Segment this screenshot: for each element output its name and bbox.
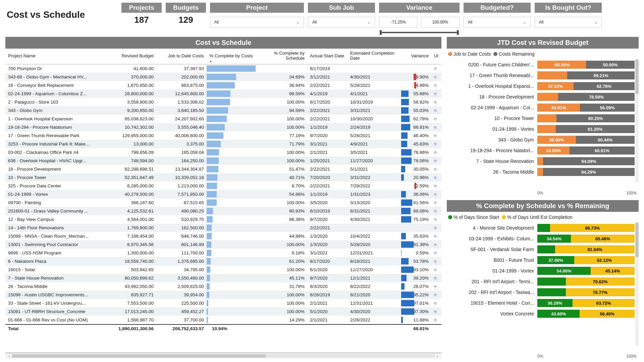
scroll-left-icon[interactable]: ‹ <box>7 354 12 358</box>
table-row[interactable]: 17 - Green Thumb Renewable Park129,955,0… <box>5 131 441 140</box>
chart-row[interactable]: 343 - Globo Gym39.56%60.44% <box>447 136 635 144</box>
variance-min-input[interactable]: -71.25% <box>379 17 418 27</box>
cell-url[interactable]: ⎋ <box>431 299 441 307</box>
chart-row[interactable]: 01-24-1999 - Vortex81.20% <box>447 125 635 133</box>
slicer-project-dropdown[interactable]: All ⌄ <box>210 17 304 27</box>
header-pct-cost[interactable]: % Complete by Costs▼ <box>207 49 264 64</box>
header-jtd[interactable]: Job to Date Costs <box>156 49 207 64</box>
link-icon[interactable]: ⎋ <box>434 150 437 155</box>
table-row[interactable]: 13001 - Swimming Pool Contractor6,970,34… <box>5 240 441 249</box>
cell-url[interactable]: ⎋ <box>431 198 441 207</box>
link-icon[interactable]: ⎋ <box>434 141 437 146</box>
cell-url[interactable]: ⎋ <box>431 165 441 173</box>
link-icon[interactable]: ⎋ <box>434 192 437 197</box>
cell-url[interactable]: ⎋ <box>431 307 441 316</box>
table-row[interactable]: 1 - Overlook Hospital Expansion65,038,82… <box>5 115 441 123</box>
cell-url[interactable]: ⎋ <box>431 257 441 265</box>
table-row[interactable]: 201600-01 - Grass Valley Community ...4,… <box>5 207 441 215</box>
variance-max-input[interactable]: 100.00% <box>421 17 460 27</box>
chart-row[interactable]: B001 - Future Trust37.88%62.12% <box>447 256 635 264</box>
table-row[interactable]: 01-24-1999 - Vortex40,278,500.007,571,85… <box>5 190 441 198</box>
cell-url[interactable]: ⎋ <box>431 316 441 324</box>
link-icon[interactable]: ⎋ <box>434 301 437 306</box>
link-icon[interactable]: ⎋ <box>434 309 437 314</box>
link-icon[interactable]: ⎋ <box>434 259 437 264</box>
link-icon[interactable]: ⎋ <box>434 250 437 255</box>
link-icon[interactable]: ⎋ <box>434 125 437 130</box>
slicer-budgeted-dropdown[interactable]: All ⌄ <box>464 17 531 27</box>
link-icon[interactable]: ⎋ <box>434 66 437 71</box>
cell-url[interactable]: ⎋ <box>431 224 441 232</box>
table-row[interactable]: 10 - Procore Tower52,351,847.4910,339,05… <box>5 173 441 182</box>
cell-url[interactable]: ⎋ <box>431 106 441 115</box>
table-row[interactable]: 343-69 - Globo Gym - Mechanical HV...370… <box>5 73 441 81</box>
range-handle-max[interactable] <box>457 30 459 35</box>
link-icon[interactable]: ⎋ <box>434 276 437 281</box>
cell-url[interactable]: ⎋ <box>431 64 441 73</box>
chart-row[interactable]: 18 - Procore Development78.58% <box>447 93 635 101</box>
link-icon[interactable]: ⎋ <box>434 83 437 88</box>
chart-row[interactable]: 7 - State House Renovation94.09% <box>447 157 635 165</box>
chart-row[interactable]: 17 - Green Thumb Renewabl...69.21% <box>447 71 635 79</box>
chart-row[interactable]: SF-001 - Verdansk Solar Farm81.64% <box>447 245 635 253</box>
cost-schedule-table[interactable]: Project Name Revised Budget Job to Date … <box>5 49 441 332</box>
cell-url[interactable]: ⎋ <box>431 89 441 98</box>
sched-vertical-scrollbar[interactable] <box>635 223 639 346</box>
scroll-track[interactable] <box>12 354 435 358</box>
link-icon[interactable]: ⎋ <box>434 158 437 163</box>
table-row[interactable]: 325 - Procore Data Center6,285,000.001,2… <box>5 182 441 190</box>
sched-scroll-thumb[interactable] <box>635 223 639 257</box>
slicer-bought-dropdown[interactable]: All ⌄ <box>535 17 602 27</box>
variance-range-slider[interactable] <box>380 29 459 36</box>
link-icon[interactable]: ⎋ <box>434 208 437 214</box>
table-row[interactable]: 18 - Procore Development62,298,698.5113,… <box>5 165 441 173</box>
cell-url[interactable]: ⎋ <box>431 190 441 198</box>
table-row[interactable]: 2 - Patagucci - Store 1033,558,800.001,5… <box>5 98 441 106</box>
sched-bar-list[interactable]: 4 - Monroe Site Development86.73%03-24-1… <box>447 223 639 353</box>
chart-row[interactable]: 02-24-1999 - Aquarium - Col...43.91%56.0… <box>447 104 635 112</box>
link-icon[interactable]: ⎋ <box>434 234 437 239</box>
chart-row[interactable]: 19015 - Element Hotel - Con...36.28%63.7… <box>447 299 635 307</box>
cell-url[interactable]: ⎋ <box>431 265 441 274</box>
link-icon[interactable]: ⎋ <box>434 267 437 272</box>
link-icon[interactable]: ⎋ <box>434 167 437 172</box>
cell-url[interactable]: ⎋ <box>431 157 441 165</box>
link-icon[interactable]: ⎋ <box>434 133 437 138</box>
cell-url[interactable]: ⎋ <box>431 291 441 299</box>
table-row[interactable]: 7 - State House Renovation60,050,698.623… <box>5 274 441 282</box>
cell-url[interactable]: ⎋ <box>431 274 441 282</box>
cell-url[interactable]: ⎋ <box>431 182 441 190</box>
chart-row[interactable]: 03-24-1999 - Exhibits- Colum...34.54%65.… <box>447 235 635 243</box>
link-icon[interactable]: ⎋ <box>434 317 437 322</box>
slicer-subjob-dropdown[interactable]: All ⌄ <box>308 17 375 27</box>
link-icon[interactable]: ⎋ <box>434 91 437 96</box>
table-row[interactable]: 15099 - NNSA - Clean Room_Mechan...7,168… <box>5 232 441 240</box>
cell-url[interactable]: ⎋ <box>431 240 441 249</box>
chart-row[interactable]: Vortex Concrete43.60%56.40% <box>447 310 635 318</box>
link-icon[interactable]: ⎋ <box>434 242 437 247</box>
jtd-vertical-scrollbar[interactable] <box>635 59 639 183</box>
cell-url[interactable]: ⎋ <box>431 173 441 182</box>
link-icon[interactable]: ⎋ <box>434 183 437 188</box>
link-icon[interactable]: ⎋ <box>434 74 437 79</box>
cell-url[interactable]: ⎋ <box>431 232 441 240</box>
table-row[interactable]: 26 - Tacoma Middle43,992,050.002,509,825… <box>5 282 441 291</box>
table-row[interactable]: 03-002 - Clackamas Office Park #4799,856… <box>5 148 441 157</box>
link-icon[interactable]: ⎋ <box>434 225 437 230</box>
table-row[interactable]: 16015 - Solar503,942.6534,795.006.90%100… <box>5 265 441 274</box>
cell-url[interactable]: ⎋ <box>431 249 441 257</box>
header-est[interactable]: Estimated Completion Date <box>347 49 401 64</box>
link-icon[interactable]: ⎋ <box>434 284 437 289</box>
cell-url[interactable]: ⎋ <box>431 73 441 81</box>
header-budget[interactable]: Revised Budget <box>106 49 156 64</box>
chart-row[interactable]: 0200 - Future Cares Children'...-50.00%5… <box>447 61 635 69</box>
jtd-bar-list[interactable]: 0200 - Future Cares Children'...-50.00%5… <box>447 59 639 189</box>
chart-row[interactable]: 26 - Tacoma Middle94.29% <box>447 168 635 176</box>
jtd-scroll-thumb[interactable] <box>635 59 639 94</box>
cell-url[interactable]: ⎋ <box>431 115 441 123</box>
table-row[interactable]: 19-18-294 - Procore Natatorium10,742,302… <box>5 123 441 131</box>
chart-row[interactable]: 01-24-1999 - Vortex54.86%45.14% <box>447 267 635 275</box>
table-row[interactable]: 02-24-1999 - Aquarium - Columbus Z...28,… <box>5 89 441 98</box>
scroll-thumb[interactable] <box>12 354 266 358</box>
table-row[interactable]: 15098 - Austin USGBC Improvements...835,… <box>5 291 441 299</box>
